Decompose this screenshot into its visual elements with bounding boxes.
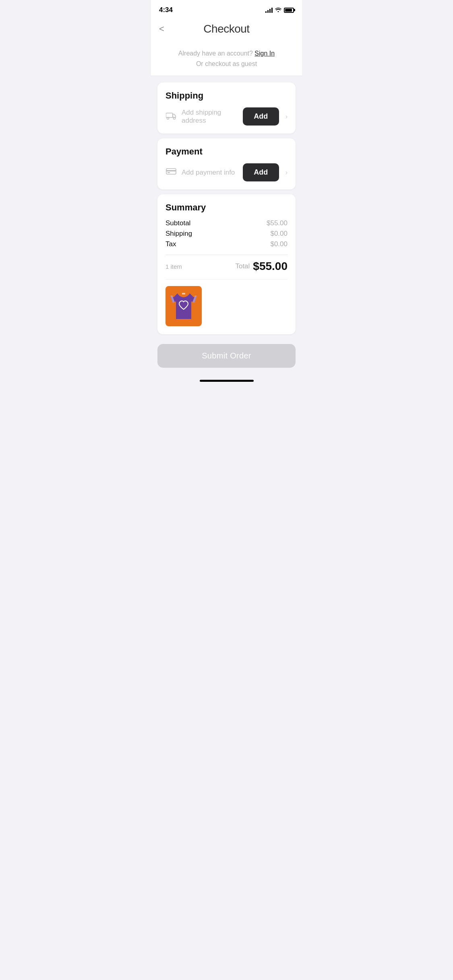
product-thumbnail <box>165 286 202 326</box>
svg-rect-5 <box>168 172 170 173</box>
subtotal-label: Subtotal <box>165 219 190 227</box>
battery-icon <box>284 8 294 13</box>
payment-card-icon <box>165 167 177 177</box>
total-amount: $55.00 <box>253 260 288 273</box>
shipping-placeholder: Add shipping address <box>182 109 238 125</box>
payment-chevron-icon: › <box>285 169 288 176</box>
signal-icon <box>265 7 273 13</box>
bottom-area: Submit Order <box>151 344 302 376</box>
total-label: Total <box>235 262 250 270</box>
shipping-card: Shipping Add shipping address Add › <box>157 82 296 134</box>
auth-section: Already have an account? Sign In Or chec… <box>151 42 302 76</box>
tax-label: Tax <box>165 240 176 248</box>
add-payment-button[interactable]: Add <box>243 163 279 181</box>
svg-rect-4 <box>166 170 176 171</box>
total-row: 1 item Total $55.00 <box>165 260 288 273</box>
item-count: 1 item <box>165 263 182 270</box>
subtotal-row: Subtotal $55.00 <box>165 219 288 227</box>
add-shipping-button[interactable]: Add <box>243 107 279 126</box>
auth-prompt-text: Already have an account? <box>178 50 253 57</box>
nav-header: < Checkout <box>151 18 302 42</box>
shipping-fee-value: $0.00 <box>270 230 288 238</box>
home-bar <box>200 380 254 382</box>
status-time: 4:34 <box>159 6 173 14</box>
item-thumbnails <box>165 279 288 326</box>
back-button[interactable]: < <box>159 25 164 33</box>
svg-point-2 <box>174 117 176 119</box>
submit-order-button[interactable]: Submit Order <box>157 344 296 368</box>
svg-rect-0 <box>166 113 173 117</box>
content-area: Shipping Add shipping address Add › Paym… <box>151 76 302 341</box>
shipping-chevron-icon: › <box>285 113 288 120</box>
sign-in-button[interactable]: Sign In <box>254 50 275 57</box>
payment-row: Add payment info Add › <box>165 163 288 181</box>
page-title: Checkout <box>203 23 249 35</box>
tax-value: $0.00 <box>270 240 288 248</box>
summary-rows: Subtotal $55.00 Shipping $0.00 Tax $0.00 <box>165 219 288 248</box>
shipping-truck-icon <box>165 111 177 121</box>
shipping-fee-row: Shipping $0.00 <box>165 230 288 238</box>
shipping-row: Add shipping address Add › <box>165 107 288 126</box>
shipping-fee-label: Shipping <box>165 230 192 238</box>
home-indicator <box>151 376 302 384</box>
status-icons <box>265 7 294 13</box>
subtotal-value: $55.00 <box>267 219 288 227</box>
payment-title: Payment <box>165 146 288 157</box>
svg-point-1 <box>167 117 169 119</box>
summary-divider <box>165 255 288 255</box>
guest-checkout-text: Or checkout as guest <box>159 60 294 68</box>
summary-title: Summary <box>165 202 288 213</box>
shipping-title: Shipping <box>165 91 288 101</box>
total-right: Total $55.00 <box>235 260 288 273</box>
status-bar: 4:34 <box>151 0 302 18</box>
summary-card: Summary Subtotal $55.00 Shipping $0.00 T… <box>157 194 296 334</box>
wifi-icon <box>275 7 281 13</box>
payment-placeholder: Add payment info <box>182 169 238 177</box>
tshirt-image <box>170 290 198 322</box>
payment-card: Payment Add payment info Add › <box>157 138 296 189</box>
tax-row: Tax $0.00 <box>165 240 288 248</box>
svg-rect-6 <box>182 293 185 294</box>
